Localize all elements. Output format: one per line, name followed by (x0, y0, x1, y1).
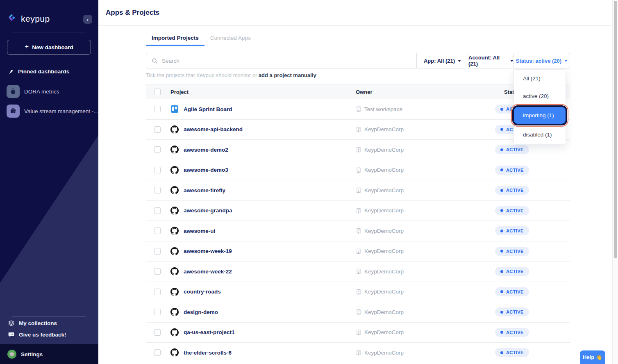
row-checkbox[interactable] (154, 289, 161, 295)
sidebar-item-label: Give us feedback! (19, 332, 66, 338)
status-dot-icon (500, 209, 503, 212)
table-row: awesome-week-19 KeypDemoCorp ACTIVE (146, 241, 570, 262)
github-icon (170, 247, 179, 255)
filter-status-dropdown[interactable]: Status: active (20) (513, 53, 570, 68)
row-checkbox[interactable] (154, 167, 161, 173)
briefcase-icon (7, 105, 20, 118)
table-row: awesome-grandpa KeypDemoCorp ACTIVE (146, 201, 570, 221)
row-checkbox[interactable] (154, 268, 161, 275)
status-dot-icon (500, 230, 503, 232)
row-checkbox[interactable] (154, 329, 161, 336)
table-header-row: Project Owner Status (146, 84, 570, 99)
owner-name: KeypDemoCorp (364, 228, 404, 234)
project-name-link[interactable]: awesome-firefly (184, 187, 225, 193)
project-name-link[interactable]: awesome-api-backend (184, 126, 243, 132)
building-icon (356, 330, 361, 335)
building-icon (356, 248, 361, 254)
search-input[interactable] (162, 58, 416, 64)
row-checkbox[interactable] (154, 309, 161, 315)
project-name-link[interactable]: Agile Sprint Board (184, 106, 232, 112)
sidebar-item-my-collections[interactable]: My collections (8, 320, 57, 326)
row-checkbox[interactable] (154, 207, 161, 214)
status-dot-icon (500, 148, 503, 151)
chevron-down-icon (564, 60, 568, 62)
sidebar-item-value-stream[interactable]: Value stream management -... (7, 105, 98, 118)
project-name-link[interactable]: awesome-demo3 (184, 167, 228, 173)
scrollbar-thumb[interactable] (614, 1, 617, 258)
status-badge: ACTIVE (495, 166, 529, 175)
status-dot-icon (500, 189, 503, 192)
sidebar-item-settings[interactable]: ✽ Settings (0, 344, 98, 364)
filter-status-label: Status: active (20) (516, 58, 561, 64)
search-box[interactable] (146, 53, 416, 68)
table-row: awesome-week-22 KeypDemoCorp ACTIVE (146, 262, 570, 282)
pinned-dashboards-header: Pinned dashboards (8, 68, 69, 75)
pinned-dashboards-label: Pinned dashboards (18, 68, 69, 75)
scrollbar-track[interactable] (612, 0, 618, 364)
page-title: Apps & Projects (106, 9, 159, 17)
status-dot-icon (500, 270, 503, 273)
status-badge: ACTIVE (495, 206, 529, 215)
tab-imported-projects[interactable]: Imported Projects (146, 35, 204, 46)
row-checkbox[interactable] (154, 146, 161, 153)
sidebar-item-label: DORA metrics (24, 89, 59, 95)
status-badge-label: ACTIVE (506, 228, 524, 233)
status-badge: ACTIVE (495, 247, 529, 256)
status-dot-icon (500, 250, 503, 253)
filter-account-dropdown[interactable]: Account: All (21) (468, 53, 513, 68)
sidebar-item-dora-metrics[interactable]: DORA metrics (7, 85, 59, 98)
building-icon (356, 106, 361, 112)
dropdown-item-importing[interactable]: importing (1) (512, 105, 567, 125)
plus-icon: + (25, 43, 29, 51)
row-checkbox[interactable] (154, 106, 161, 112)
row-checkbox[interactable] (154, 228, 161, 234)
project-name-link[interactable]: the-elder-scrolls-6 (184, 350, 232, 356)
new-dashboard-button[interactable]: + New dashboard (7, 40, 91, 55)
chat-icon (8, 332, 14, 338)
project-name-link[interactable]: awesome-grandpa (184, 207, 232, 214)
row-checkbox[interactable] (154, 126, 161, 133)
status-dot-icon (500, 108, 503, 111)
help-button[interactable]: Help 👋 (580, 350, 605, 364)
status-badge: ACTIVE (495, 307, 529, 316)
search-icon (152, 58, 158, 64)
dropdown-item-active[interactable]: active (20) (514, 87, 566, 105)
pin-icon (8, 69, 14, 75)
building-icon (356, 127, 361, 132)
github-icon (170, 348, 179, 357)
table-row: awesome-api-backend KeypDemoCorp ACTIVE (146, 120, 570, 140)
add-project-link[interactable]: add a project manually (259, 72, 316, 78)
row-checkbox[interactable] (154, 248, 161, 255)
dropdown-item-all[interactable]: All (21) (514, 70, 566, 87)
project-name-link[interactable]: country-roads (184, 289, 221, 295)
projects-table: Project Owner Status Agile Sprint Board (146, 84, 570, 363)
owner-name: KeypDemoCorp (364, 167, 404, 173)
chevron-down-icon (458, 60, 461, 62)
project-name-link[interactable]: design-demo (184, 309, 218, 315)
project-name-link[interactable]: qa-us-east-project1 (184, 329, 235, 335)
table-row: design-demo KeypDemoCorp ACTIVE (146, 302, 570, 323)
status-badge: ACTIVE (495, 348, 529, 357)
building-icon (356, 147, 361, 152)
sidebar-item-feedback[interactable]: Give us feedback! (8, 332, 66, 338)
project-name-link[interactable]: awesome-demo2 (184, 147, 228, 153)
status-badge-label: ACTIVE (506, 147, 524, 152)
table-row: awesome-firefly KeypDemoCorp ACTIVE (146, 180, 570, 201)
tab-connected-apps[interactable]: Connected Apps (204, 35, 257, 46)
project-name-link[interactable]: awesome-week-19 (184, 248, 232, 254)
sidebar-collapse-button[interactable]: ‹ (83, 15, 92, 24)
github-icon (170, 227, 179, 235)
dropdown-item-disabled[interactable]: disabled (1) (514, 126, 566, 143)
project-name-link[interactable]: awesome-ui (184, 228, 215, 234)
row-checkbox[interactable] (154, 187, 161, 193)
github-icon (170, 308, 179, 316)
logo: keypup (7, 14, 50, 24)
building-icon (356, 187, 361, 193)
filter-app-dropdown[interactable]: App: All (21) (416, 53, 468, 68)
owner-name: KeypDemoCorp (364, 350, 404, 356)
row-checkbox[interactable] (154, 349, 161, 356)
project-name-link[interactable]: awesome-week-22 (184, 268, 232, 275)
status-badge-label: ACTIVE (506, 188, 524, 193)
select-all-checkbox[interactable] (154, 89, 161, 95)
status-dot-icon (500, 290, 503, 293)
